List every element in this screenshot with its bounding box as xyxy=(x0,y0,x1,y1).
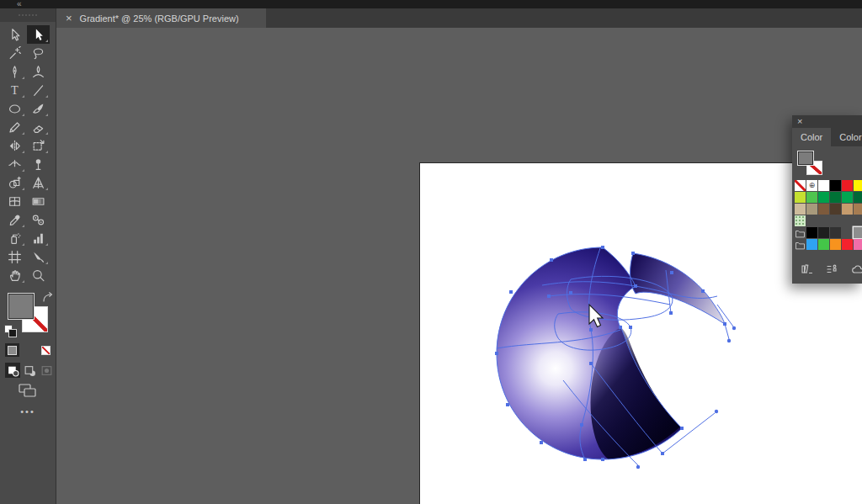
tool-ellipse[interactable] xyxy=(3,99,26,118)
tool-paintbrush[interactable] xyxy=(27,99,50,118)
hand-icon xyxy=(8,268,22,283)
swatch-f5222d[interactable] xyxy=(842,239,853,250)
edit-toolbar-button[interactable]: ••• xyxy=(0,406,56,416)
swatch-007236[interactable] xyxy=(830,192,841,203)
tool-flyout-indicator xyxy=(22,169,24,172)
swap-fill-stroke-icon[interactable] xyxy=(42,292,54,304)
lasso-icon xyxy=(31,46,45,61)
eyedropper-icon xyxy=(8,213,22,227)
tool-flyout-indicator xyxy=(22,132,24,135)
free-transform-icon xyxy=(31,139,45,153)
panel-header[interactable]: × xyxy=(792,115,862,128)
swatch-f7931e[interactable] xyxy=(830,239,841,250)
swatch-selected-#8e8e8e[interactable] xyxy=(854,227,862,238)
tool-symbol-sprayer[interactable] xyxy=(3,229,26,247)
tool-pen[interactable] xyxy=(3,62,26,81)
swatch-00a651[interactable] xyxy=(842,192,853,203)
tab-color-guide[interactable]: Color G xyxy=(831,128,862,146)
swatch-006837[interactable] xyxy=(854,192,862,203)
fill-color-chip[interactable] xyxy=(8,293,35,320)
tool-magic-wand[interactable] xyxy=(3,44,26,62)
swatch-registration[interactable]: ⊕ xyxy=(806,180,817,191)
paintbrush-icon xyxy=(31,102,45,116)
color-button[interactable] xyxy=(5,343,19,357)
tool-flyout-indicator xyxy=(22,77,24,79)
tool-selection[interactable] xyxy=(3,25,26,44)
tool-reflect[interactable] xyxy=(3,136,26,155)
tool-eraser[interactable] xyxy=(27,118,50,136)
swatch-1e1e1e[interactable] xyxy=(818,227,829,238)
swatch-000000[interactable] xyxy=(830,180,841,191)
swatch-2fa3f2[interactable] xyxy=(806,239,817,250)
swatch-none[interactable] xyxy=(795,180,806,191)
swatch-4fc44f[interactable] xyxy=(806,192,817,203)
tool-artboard[interactable] xyxy=(3,247,26,266)
gradient-swatch-icon xyxy=(24,346,34,355)
draw-normal-button[interactable] xyxy=(5,363,20,378)
tool-eyedropper[interactable] xyxy=(3,210,26,229)
swatch-a89a7c[interactable] xyxy=(806,204,817,215)
tool-curvature[interactable] xyxy=(27,62,50,81)
tool-blend[interactable] xyxy=(27,210,50,229)
tool-pencil[interactable] xyxy=(3,118,26,136)
none-button[interactable] xyxy=(39,343,53,357)
tool-flyout-indicator xyxy=(22,95,24,98)
draw-behind-button[interactable] xyxy=(22,363,37,378)
tool-lasso[interactable] xyxy=(27,44,50,62)
swatch-fff200[interactable] xyxy=(854,180,862,191)
tool-type[interactable]: T xyxy=(3,81,26,99)
tool-column-graph[interactable] xyxy=(27,229,50,247)
swatch-ffffff[interactable] xyxy=(818,180,829,191)
tool-mesh[interactable] xyxy=(3,192,26,210)
swatch-c69c6d[interactable] xyxy=(842,204,853,215)
reflect-icon xyxy=(8,139,22,153)
swatch-44c648[interactable] xyxy=(818,239,829,250)
tab-color[interactable]: Color xyxy=(792,128,831,146)
swatch-libraries-icon[interactable] xyxy=(801,263,813,275)
tool-free-transform[interactable] xyxy=(27,136,50,155)
blend-icon xyxy=(31,213,45,227)
tools-panel-header[interactable]: « xyxy=(0,0,56,8)
swatch-000000[interactable] xyxy=(806,227,817,238)
tool-zoom[interactable] xyxy=(27,266,50,284)
swatch-f06eaa[interactable] xyxy=(854,239,862,250)
pen-icon xyxy=(8,65,22,79)
swatch-00a14b[interactable] xyxy=(818,192,829,203)
tool-slice[interactable] xyxy=(27,247,50,266)
tool-direct-selection[interactable] xyxy=(27,25,50,44)
application-top-strip xyxy=(0,0,862,8)
swatch-c5e031[interactable] xyxy=(795,192,806,203)
swatch-7d5a3c[interactable] xyxy=(818,204,829,215)
tool-line-segment[interactable] xyxy=(27,81,50,99)
document-tab[interactable]: × Gradient* @ 25% (RGB/GPU Preview) xyxy=(56,8,266,28)
swatch-ed1c24[interactable] xyxy=(842,180,853,191)
swatch-a67c52[interactable] xyxy=(854,204,862,215)
swatch-323232[interactable] xyxy=(830,227,841,238)
tool-hand[interactable] xyxy=(3,266,26,284)
tool-flyout-indicator xyxy=(45,188,48,190)
width-icon xyxy=(8,157,22,172)
swatch-pattern[interactable] xyxy=(795,215,806,226)
color-group-folder[interactable] xyxy=(795,239,806,250)
tool-shape-builder[interactable] xyxy=(3,173,26,192)
symbol-sprayer-icon xyxy=(8,231,22,246)
cc-libraries-icon[interactable] xyxy=(851,263,862,275)
swatch-cdbb9c[interactable] xyxy=(795,204,806,215)
draw-inside-icon xyxy=(40,364,53,377)
collapse-panel-icon[interactable]: « xyxy=(17,0,22,8)
tool-perspective-grid[interactable] xyxy=(27,173,50,192)
tool-gradient[interactable] xyxy=(27,192,50,210)
color-group-folder[interactable] xyxy=(795,227,806,238)
tab-close-icon[interactable]: × xyxy=(66,13,72,24)
tool-width[interactable] xyxy=(3,155,26,173)
gradient-button[interactable] xyxy=(22,343,36,357)
zoom-icon xyxy=(31,268,45,283)
tool-puppet-warp[interactable] xyxy=(27,155,50,173)
swatch-kinds-icon[interactable] xyxy=(826,263,838,275)
panel-close-icon[interactable]: × xyxy=(797,116,802,126)
panel-fill-chip[interactable] xyxy=(797,151,814,166)
default-fill-stroke-icon[interactable] xyxy=(4,325,16,337)
tools-panel-grip[interactable] xyxy=(0,8,56,22)
screen-mode-icon[interactable] xyxy=(18,383,38,398)
swatch-4e3b2a[interactable] xyxy=(830,204,841,215)
